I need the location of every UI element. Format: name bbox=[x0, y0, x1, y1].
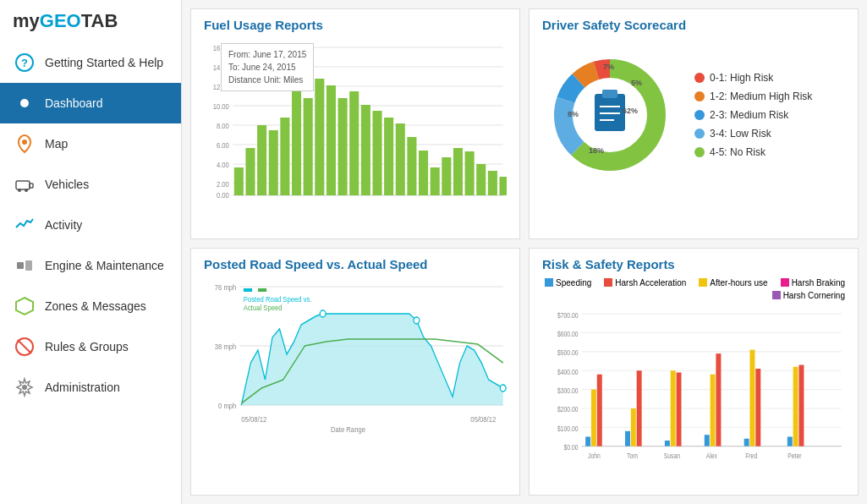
dashboard-icon bbox=[13, 91, 36, 115]
svg-text:7%: 7% bbox=[603, 63, 614, 71]
legend-label-harsh-braking: Harsh Braking bbox=[792, 278, 845, 288]
legend-harsh-cornering: Harsh Cornering bbox=[772, 291, 845, 300]
legend-label-speeding: Speeding bbox=[556, 278, 591, 288]
svg-point-3 bbox=[20, 99, 29, 107]
svg-rect-34 bbox=[245, 148, 255, 195]
svg-rect-35 bbox=[257, 125, 266, 195]
legend-label-after-hours: After-hours use bbox=[710, 278, 767, 288]
svg-rect-119 bbox=[711, 374, 716, 446]
legend-item-med-high: 1-2: Medium High Risk bbox=[694, 90, 812, 102]
svg-rect-43 bbox=[349, 91, 359, 195]
svg-text:05/08/12: 05/08/12 bbox=[470, 414, 496, 424]
svg-rect-111 bbox=[631, 408, 636, 446]
svg-text:John: John bbox=[588, 452, 601, 460]
sidebar-item-administration[interactable]: Administration bbox=[0, 367, 181, 408]
svg-point-8 bbox=[25, 189, 28, 192]
risk-svg: $700.00 $600.00 $500.00 $400.00 $300.00 … bbox=[542, 304, 845, 465]
truck-icon bbox=[13, 173, 36, 196]
svg-rect-56 bbox=[499, 177, 507, 195]
svg-line-13 bbox=[18, 340, 31, 353]
sidebar-item-rules-groups[interactable]: Rules & Groups bbox=[0, 326, 181, 367]
logo-geo: GEO bbox=[40, 10, 81, 31]
svg-rect-54 bbox=[476, 164, 486, 195]
legend-label-harsh-cornering: Harsh Cornering bbox=[783, 291, 845, 300]
sidebar-label-getting-started: Getting Started & Help bbox=[45, 56, 163, 69]
svg-point-7 bbox=[18, 189, 21, 192]
sidebar-label-activity: Activity bbox=[45, 218, 82, 232]
no-circle-icon bbox=[13, 335, 36, 359]
svg-text:Actual Speed: Actual Speed bbox=[244, 303, 283, 312]
logo: myGEOTAB bbox=[0, 0, 181, 42]
legend-item-medium: 2-3: Medium Risk bbox=[694, 109, 812, 121]
svg-text:Date Range: Date Range bbox=[331, 425, 365, 434]
svg-rect-128 bbox=[798, 364, 804, 446]
fuel-chart-title: Fuel Usage Reports bbox=[204, 18, 507, 32]
speed-chart-area: 76 mph 38 mph 0 mph Posted Road Speed vs… bbox=[204, 278, 507, 439]
fuel-usage-panel: Fuel Usage Reports From: June 17, 2015 T… bbox=[190, 8, 520, 239]
map-pin-icon bbox=[13, 132, 36, 156]
legend-label-harsh-accel: Harsh Acceleration bbox=[615, 278, 686, 288]
sidebar-item-engine-maintenance[interactable]: Engine & Maintenance bbox=[0, 245, 181, 286]
legend-dot-low bbox=[694, 129, 705, 139]
svg-point-14 bbox=[22, 385, 27, 390]
legend-item-high-risk: 0-1: High Risk bbox=[694, 72, 812, 84]
svg-text:05/08/12: 05/08/12 bbox=[241, 414, 266, 424]
legend-dot-med-high bbox=[694, 91, 705, 101]
svg-text:10.00: 10.00 bbox=[213, 101, 230, 111]
sidebar-item-map[interactable]: Map bbox=[0, 123, 181, 164]
svg-rect-9 bbox=[17, 262, 24, 269]
engine-icon bbox=[13, 254, 36, 277]
tooltip-from: From: June 17, 2015 bbox=[228, 48, 306, 61]
sidebar-label-engine-maintenance: Engine & Maintenance bbox=[45, 259, 164, 272]
svg-rect-127 bbox=[793, 366, 798, 446]
svg-rect-55 bbox=[488, 171, 497, 195]
sidebar-label-map: Map bbox=[45, 137, 68, 151]
svg-rect-44 bbox=[361, 105, 370, 195]
svg-text:6.00: 6.00 bbox=[217, 140, 229, 150]
svg-rect-79 bbox=[244, 288, 252, 292]
svg-text:2.00: 2.00 bbox=[217, 179, 229, 189]
svg-rect-120 bbox=[716, 353, 721, 446]
svg-text:4.00: 4.00 bbox=[217, 160, 229, 169]
risk-legend: Speeding Harsh Acceleration After-hours … bbox=[542, 278, 845, 300]
svg-point-86 bbox=[500, 385, 506, 392]
donut-chart: 62% 18% 8% 7% 5% bbox=[542, 47, 678, 183]
svg-text:Fred: Fred bbox=[745, 452, 757, 460]
legend-item-no-risk: 4-5: No Risk bbox=[694, 146, 812, 158]
svg-rect-115 bbox=[671, 370, 676, 446]
sidebar-item-activity[interactable]: Activity bbox=[0, 205, 181, 245]
sidebar-item-zones-messages[interactable]: Zones & Messages bbox=[0, 286, 181, 326]
speed-chart-panel: Posted Road Speed vs. Actual Speed 76 mp… bbox=[190, 248, 520, 496]
svg-rect-51 bbox=[442, 157, 451, 195]
sidebar-item-dashboard[interactable]: Dashboard bbox=[0, 83, 181, 123]
svg-text:?: ? bbox=[21, 57, 28, 69]
tooltip-unit: Distance Unit: Miles bbox=[228, 74, 306, 86]
svg-rect-50 bbox=[431, 167, 440, 195]
svg-rect-126 bbox=[787, 436, 793, 446]
svg-rect-39 bbox=[304, 98, 313, 195]
svg-point-4 bbox=[22, 140, 27, 145]
svg-text:5%: 5% bbox=[631, 79, 642, 87]
svg-rect-45 bbox=[372, 111, 381, 195]
svg-rect-10 bbox=[25, 260, 32, 271]
svg-rect-6 bbox=[30, 184, 33, 188]
svg-marker-83 bbox=[241, 314, 502, 405]
svg-rect-112 bbox=[637, 370, 642, 446]
fuel-bar-chart: From: June 17, 2015 To: June 24, 2015 Di… bbox=[204, 39, 507, 208]
svg-rect-110 bbox=[625, 430, 630, 446]
svg-rect-114 bbox=[665, 440, 670, 446]
sidebar-item-vehicles[interactable]: Vehicles bbox=[0, 164, 181, 205]
sidebar-label-administration: Administration bbox=[45, 381, 120, 394]
nav-container: ?Getting Started & HelpDashboardMapVehic… bbox=[0, 42, 181, 408]
legend-harsh-braking: Harsh Braking bbox=[781, 278, 845, 288]
legend-label-no-risk: 4-5: No Risk bbox=[710, 146, 765, 158]
svg-rect-118 bbox=[705, 435, 710, 446]
svg-rect-52 bbox=[453, 148, 463, 195]
sidebar-item-getting-started[interactable]: ?Getting Started & Help bbox=[0, 42, 181, 83]
legend-label-med-high: 1-2: Medium High Risk bbox=[710, 90, 812, 102]
risk-title: Risk & Safety Reports bbox=[542, 257, 845, 271]
question-circle-icon: ? bbox=[13, 51, 36, 74]
legend-dot-high-risk bbox=[694, 73, 705, 83]
logo-my: my bbox=[13, 10, 40, 31]
svg-text:8.00: 8.00 bbox=[217, 121, 229, 130]
